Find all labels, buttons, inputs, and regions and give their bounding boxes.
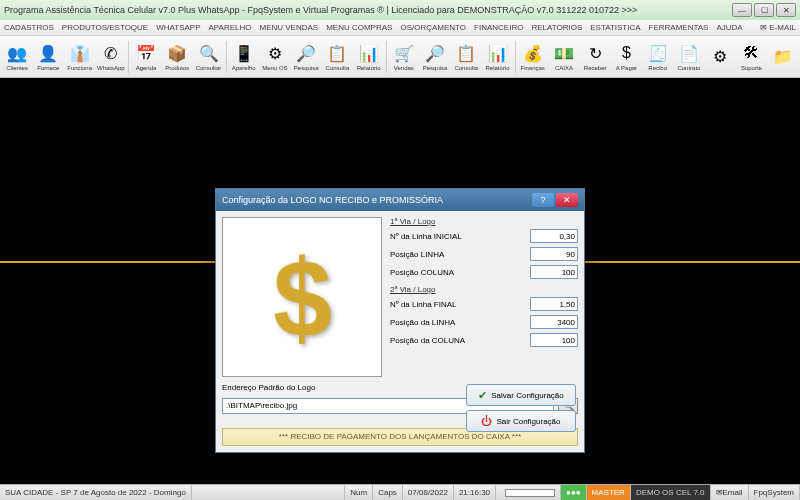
toolbar-recibo[interactable]: 🧾Recibo [643,38,673,76]
menu-relatorios[interactable]: RELATORIOS [531,23,582,32]
section-via1: 1ª Via / Logo [390,217,578,226]
toolbar-receber[interactable]: ↻Receber [580,38,610,76]
status-num: Num [345,485,373,500]
input-posicao-coluna1[interactable] [530,265,578,279]
close-button[interactable]: ✕ [776,3,796,17]
label-posicao-coluna2: Posição da COLUNA [390,336,530,345]
menu-email[interactable]: ✉ E-MAIL [760,23,796,32]
toolbar-icon: ✆ [100,42,122,64]
toolbar-relatório[interactable]: 📊Relatório [354,38,384,76]
exit-config-button[interactable]: ⏻Sair Configuração [466,410,576,432]
status-email[interactable]: ✉ Email [711,485,749,500]
toolbar-icon: 📁 [772,45,794,67]
logo-preview: $ [222,217,382,377]
input-linha-inicial[interactable] [530,229,578,243]
toolbar-icon: ⚙ [264,42,286,64]
toolbar-icon: 📊 [487,42,509,64]
menu-ferramentas[interactable]: FERRAMENTAS [649,23,709,32]
status-demo: DEMO OS CEL 7.0 [631,485,711,500]
app-title: Programa Assistência Técnica Celular v7.… [4,5,732,15]
toolbar-produtos[interactable]: 📦Produtos [162,38,192,76]
toolbar-funciona[interactable]: 👔Funciona [65,38,95,76]
toolbar: 👥Clientes👤Fornece👔Funciona✆WhatsApp📅Agen… [0,36,800,78]
toolbar-icon: 🛒 [393,42,415,64]
exit-icon: ⏻ [481,415,492,427]
toolbar-consulta[interactable]: 📋Consulta [451,38,481,76]
status-city: SUA CIDADE - SP 7 de Agosto de 2022 - Do… [0,485,192,500]
status-caps: Caps [373,485,403,500]
toolbar-icon: 📄 [678,42,700,64]
window-buttons: — ☐ ✕ [732,3,796,17]
menu-cadastros[interactable]: CADASTROS [4,23,54,32]
label-posicao-coluna1: Posição COLUNA [390,268,530,277]
toolbar-icon: ↻ [584,42,606,64]
main-titlebar: Programa Assistência Técnica Celular v7.… [0,0,800,20]
toolbar-relatório[interactable]: 📊Relatório [482,38,512,76]
toolbar-btn24[interactable]: 📁 [768,38,798,76]
toolbar-icon: 💰 [522,42,544,64]
menu-produtos[interactable]: PRODUTOS/ESTOQUE [62,23,148,32]
input-posicao-coluna2[interactable] [530,333,578,347]
menu-ajuda[interactable]: AJUDA [716,23,742,32]
toolbar-finanças[interactable]: 💰Finanças [518,38,548,76]
toolbar-consulta[interactable]: 📋Consulta [322,38,352,76]
toolbar-btn22[interactable]: ⚙ [705,38,735,76]
label-posicao-linha1: Posição LINHA [390,250,530,259]
toolbar-consultar[interactable]: 🔍Consultar [193,38,223,76]
save-config-button[interactable]: ✔Salvar Configuração [466,384,576,406]
menu-financeiro[interactable]: FINANCEIRO [474,23,523,32]
dialog-help-button[interactable]: ? [532,193,554,207]
toolbar-pesquisa[interactable]: 🔎Pesquisa [291,38,321,76]
input-posicao-linha2[interactable] [530,315,578,329]
menu-compras[interactable]: MENU COMPRAS [326,23,392,32]
toolbar-icon: ⚙ [709,45,731,67]
label-linha-final: Nº da Linha FINAL [390,300,530,309]
toolbar-icon: 📦 [166,42,188,64]
toolbar-fornece[interactable]: 👤Fornece [33,38,63,76]
toolbar-icon: 🔍 [198,42,220,64]
toolbar-icon: 👥 [6,42,28,64]
dollar-icon: $ [274,231,333,363]
dialog-titlebar[interactable]: Configuração da LOGO NO RECIBO e PROMISS… [216,189,584,211]
toolbar-a pagar[interactable]: $A Pagar [611,38,641,76]
status-green: ●●● [561,485,587,500]
toolbar-caixa[interactable]: 💵CAIXA [549,38,579,76]
menu-os[interactable]: OS/ORÇAMENTO [400,23,466,32]
toolbar-icon: 🔎 [295,42,317,64]
toolbar-vendas[interactable]: 🛒Vendas [389,38,419,76]
statusbar: SUA CIDADE - SP 7 de Agosto de 2022 - Do… [0,484,800,500]
toolbar-icon: 📊 [358,42,380,64]
menu-estatistica[interactable]: ESTATISTICA [590,23,640,32]
toolbar-whatsapp[interactable]: ✆WhatsApp [96,38,126,76]
maximize-button[interactable]: ☐ [754,3,774,17]
toolbar-icon: 👔 [69,42,91,64]
menu-whatsapp[interactable]: WHATSAPP [156,23,200,32]
menubar: CADASTROS PRODUTOS/ESTOQUE WHATSAPP APAR… [0,20,800,36]
toolbar-icon: 💵 [553,42,575,64]
toolbar-icon: 🛠 [740,42,762,64]
status-time: 21:16:30 [454,485,496,500]
status-fpq[interactable]: FpqSystem [749,485,800,500]
toolbar-contrato[interactable]: 📄Contrato [674,38,704,76]
menu-vendas[interactable]: MENU VENDAS [259,23,318,32]
minimize-button[interactable]: — [732,3,752,17]
toolbar-pesquisa[interactable]: 🔎Pesquisa [420,38,450,76]
status-master: MASTER [587,485,631,500]
toolbar-icon: 📋 [455,42,477,64]
check-icon: ✔ [478,389,487,402]
toolbar-aparelho[interactable]: 📱Aparelho [229,38,259,76]
dialog-close-button[interactable]: ✕ [556,193,578,207]
toolbar-icon: 📱 [233,42,255,64]
input-linha-final[interactable] [530,297,578,311]
toolbar-suporte[interactable]: 🛠Suporte [736,38,766,76]
menu-aparelho[interactable]: APARELHO [209,23,252,32]
status-date: 07/08/2022 [403,485,454,500]
toolbar-icon: $ [615,42,637,64]
toolbar-menu os[interactable]: ⚙Menu OS [260,38,290,76]
toolbar-icon: 🧾 [647,42,669,64]
toolbar-clientes[interactable]: 👥Clientes [2,38,32,76]
toolbar-icon: 👤 [37,42,59,64]
input-posicao-linha1[interactable] [530,247,578,261]
toolbar-agenda[interactable]: 📅Agenda [131,38,161,76]
toolbar-icon: 📅 [135,42,157,64]
